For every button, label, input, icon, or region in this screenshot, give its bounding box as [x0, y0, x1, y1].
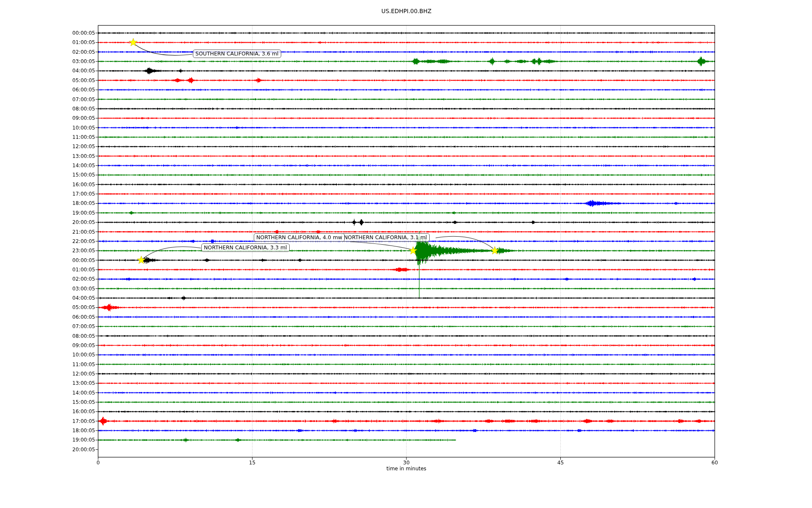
y-tick-label: 17:00:05	[57, 191, 95, 197]
y-tick-label: 19:00:05	[57, 437, 95, 443]
y-tick-label: 16:00:05	[57, 409, 95, 414]
event-annotation-label: NORTHERN CALIFORNIA, 4.0 mw	[254, 233, 345, 242]
y-tick-label: 12:00:05	[57, 144, 95, 149]
y-tick-label: 05:00:05	[57, 77, 95, 83]
y-tick-label: 06:00:05	[57, 314, 95, 320]
y-tick-label: 00:00:05	[57, 30, 95, 36]
y-tick-label: 13:00:05	[57, 380, 95, 386]
y-tick-label: 14:00:05	[57, 390, 95, 396]
y-tick-label: 07:00:05	[57, 97, 95, 102]
helicorder-plot-canvas	[0, 0, 812, 508]
y-tick-label: 08:00:05	[57, 333, 95, 339]
event-annotation-label: SOUTHERN CALIFORNIA, 3.6 ml	[193, 50, 281, 58]
y-tick-label: 06:00:05	[57, 87, 95, 93]
y-tick-label: 22:00:05	[57, 238, 95, 244]
y-tick-label: 04:00:05	[57, 68, 95, 74]
y-tick-label: 11:00:05	[57, 134, 95, 140]
y-tick-label: 05:00:05	[57, 304, 95, 310]
y-tick-label: 10:00:05	[57, 352, 95, 358]
y-tick-label: 13:00:05	[57, 153, 95, 159]
x-tick-label: 30	[394, 460, 419, 466]
y-tick-label: 11:00:05	[57, 362, 95, 367]
x-tick-label: 45	[548, 460, 573, 466]
y-tick-label: 20:00:05	[57, 219, 95, 225]
y-tick-label: 18:00:05	[57, 200, 95, 206]
y-tick-label: 21:00:05	[57, 229, 95, 235]
y-tick-label: 07:00:05	[57, 323, 95, 329]
y-tick-label: 01:00:05	[57, 39, 95, 45]
y-tick-label: 01:00:05	[57, 267, 95, 273]
y-tick-label: 15:00:05	[57, 172, 95, 178]
y-tick-label: 09:00:05	[57, 115, 95, 121]
x-axis-title: time in minutes	[98, 466, 715, 472]
x-tick-label: 60	[702, 460, 727, 466]
y-tick-label: 23:00:05	[57, 248, 95, 254]
y-tick-label: 03:00:05	[57, 58, 95, 64]
x-tick-label: 15	[240, 460, 265, 466]
event-annotation-label: NORTHERN CALIFORNIA, 3.1 ml	[341, 233, 430, 242]
y-tick-label: 18:00:05	[57, 428, 95, 433]
y-tick-label: 04:00:05	[57, 295, 95, 301]
y-tick-label: 20:00:05	[57, 447, 95, 453]
plot-title: US.EDHPI.00.BHZ	[98, 8, 715, 14]
y-tick-label: 17:00:05	[57, 418, 95, 424]
y-tick-label: 08:00:05	[57, 106, 95, 112]
y-tick-label: 16:00:05	[57, 182, 95, 188]
event-annotation-label: NORTHERN CALIFORNIA, 3.3 ml	[201, 243, 290, 252]
y-tick-label: 00:00:05	[57, 257, 95, 263]
y-tick-label: 02:00:05	[57, 276, 95, 282]
y-tick-label: 14:00:05	[57, 163, 95, 168]
y-tick-label: 12:00:05	[57, 371, 95, 377]
y-tick-label: 03:00:05	[57, 286, 95, 292]
seismogram-dayplot-window: US.EDHPI.00.BHZ 00:00:0501:00:0502:00:05…	[0, 0, 812, 508]
y-tick-label: 15:00:05	[57, 399, 95, 405]
y-tick-label: 09:00:05	[57, 342, 95, 348]
y-tick-label: 19:00:05	[57, 210, 95, 216]
x-tick-label: 0	[85, 460, 111, 466]
y-tick-label: 02:00:05	[57, 49, 95, 55]
y-tick-label: 10:00:05	[57, 125, 95, 131]
